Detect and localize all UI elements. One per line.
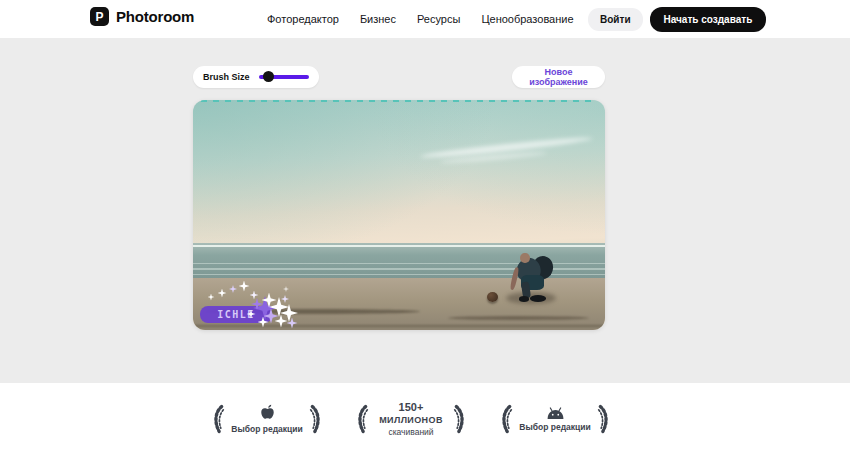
badge-label: Выбор редакции [519, 422, 590, 432]
selection-ants-border [201, 100, 597, 102]
downloads-count: 150+ [399, 401, 424, 413]
beach-debris [448, 316, 588, 320]
person-head [520, 253, 530, 263]
laurel-right-icon [453, 402, 468, 436]
wave-foam-line [193, 245, 605, 247]
badge-play-store-editors-choice: Выбор редакции [498, 401, 612, 437]
badge-app-store-editors-choice: Выбор редакции [210, 401, 324, 437]
laurel-left-icon [498, 402, 513, 436]
person-foot [530, 295, 546, 302]
main-nav: Фоторедактор Бизнес Ресурсы Ценообразова… [267, 0, 574, 38]
nav-pricing[interactable]: Ценообразование [481, 13, 573, 25]
brush-slider-thumb[interactable] [263, 71, 274, 82]
person-arm [510, 267, 520, 291]
badge-150m-downloads: 150+ МИЛЛИОНОВ скачиваний [354, 401, 468, 437]
laurel-right-icon [597, 402, 612, 436]
downloads-caption: скачиваний [388, 427, 433, 437]
apple-logo-icon [260, 404, 275, 422]
login-button[interactable]: Войти [588, 8, 643, 31]
start-creating-button[interactable]: Начать создавать [650, 7, 767, 32]
award-badges: Выбор редакции 150+ МИЛЛИОНОВ скачиваний [210, 401, 612, 437]
nav-business[interactable]: Бизнес [360, 13, 396, 25]
crouching-person [507, 253, 552, 301]
editor-workspace: Brush Size Новое изображение [0, 38, 850, 383]
laurel-left-icon [210, 402, 225, 436]
photo-canvas[interactable]: ICHLE [193, 100, 605, 330]
beach-debris [193, 325, 605, 327]
brush-size-label: Brush Size [203, 72, 250, 82]
android-logo-icon [546, 407, 565, 420]
brush-size-slider[interactable] [259, 75, 309, 79]
laurel-right-icon [309, 402, 324, 436]
top-navbar: P Photoroom Фоторедактор Бизнес Ресурсы … [0, 0, 850, 38]
coconut-object [487, 292, 498, 302]
badge-label: Выбор редакции [231, 424, 302, 434]
photoroom-app: P Photoroom Фоторедактор Бизнес Ресурсы … [0, 0, 850, 450]
new-image-button[interactable]: Новое изображение [512, 66, 605, 88]
nav-resources[interactable]: Ресурсы [417, 13, 460, 25]
auth-buttons: Войти Начать создавать [588, 0, 766, 38]
laurel-left-icon [354, 402, 369, 436]
person-foot [519, 296, 529, 301]
downloads-millions: МИЛЛИОНОВ [379, 415, 443, 425]
photoroom-logo[interactable]: P Photoroom [90, 7, 194, 26]
photoroom-logo-icon: P [90, 7, 109, 26]
photoroom-logo-text: Photoroom [116, 8, 194, 25]
nav-photo-editor[interactable]: Фоторедактор [267, 13, 339, 25]
brush-size-control: Brush Size [193, 66, 319, 88]
